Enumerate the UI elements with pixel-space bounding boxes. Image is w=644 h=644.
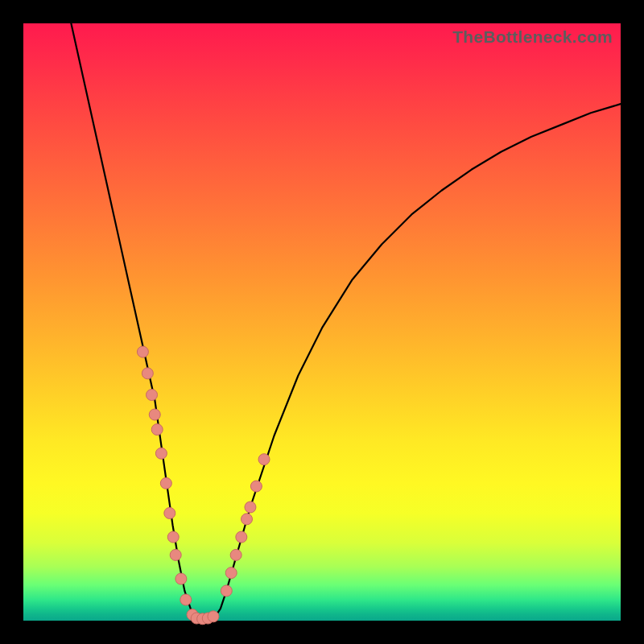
curve-dot — [164, 507, 175, 518]
curve-dot — [180, 594, 192, 605]
curve-dot — [175, 573, 187, 584]
curve-dot — [258, 454, 270, 465]
curve-dot — [208, 611, 219, 622]
curve-dot — [236, 531, 247, 543]
curve-svg — [23, 23, 621, 621]
plot-area: TheBottleneck.com — [23, 23, 621, 621]
curve-dots — [137, 346, 270, 625]
curve-dot — [160, 477, 171, 489]
curve-dot — [137, 346, 148, 357]
bottleneck-curve — [71, 23, 621, 621]
curve-dot — [250, 481, 262, 492]
curve-dot — [245, 502, 256, 513]
curve-dot — [149, 409, 160, 420]
curve-dot — [230, 549, 242, 560]
curve-dot — [170, 549, 181, 560]
curve-dot — [167, 531, 179, 543]
curve-dot — [151, 424, 163, 436]
curve-dot — [225, 568, 237, 579]
curve-dot — [142, 368, 153, 379]
curve-dot — [242, 514, 253, 525]
curve-dot — [155, 448, 167, 459]
chart-stage: TheBottleneck.com — [0, 0, 644, 644]
curve-dot — [147, 390, 158, 401]
curve-dot — [221, 585, 232, 597]
